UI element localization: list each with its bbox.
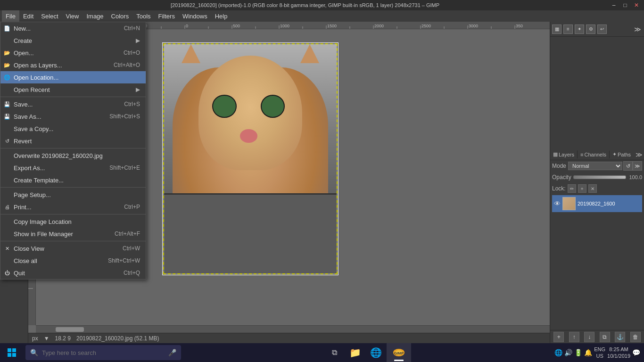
scrollbar-thumb[interactable]	[56, 327, 84, 332]
raise-layer-button[interactable]: ↑	[569, 332, 579, 342]
separator-5	[0, 241, 146, 241]
action-center-icon[interactable]: 💬	[632, 349, 640, 356]
lower-layer-button[interactable]: ↓	[584, 332, 594, 342]
history-icon[interactable]: ↩	[597, 25, 607, 34]
lock-position-button[interactable]: +	[578, 184, 586, 193]
delete-layer-button[interactable]: 🗑	[630, 332, 641, 342]
menu-item-save-as-label: Save As...	[14, 113, 41, 120]
tab-channels[interactable]: ≡ Channels	[578, 151, 610, 158]
taskbar-gimp[interactable]: GIMP	[387, 343, 411, 362]
battery-icon[interactable]: 🔋	[574, 349, 582, 356]
menu-filters[interactable]: Filters	[155, 10, 179, 22]
layers-icon[interactable]: ▦	[552, 25, 561, 34]
menu-item-open-location[interactable]: 🌐 Open Location...	[0, 71, 146, 83]
clock: 8:25 AM 10/1/2019	[607, 346, 630, 360]
tab-layers[interactable]: ▦ Layers	[550, 150, 578, 158]
close-button[interactable]: ✕	[633, 1, 640, 9]
menu-item-page-setup-label: Page Setup...	[14, 191, 51, 198]
menu-item-export-as[interactable]: Export As... Shift+Ctrl+E	[0, 162, 146, 174]
time-text: 8:25 AM	[607, 346, 630, 353]
taskbar-task-view[interactable]: ⧉	[324, 343, 344, 362]
svg-text:500: 500	[233, 24, 240, 28]
taskbar-chrome[interactable]: 🌐	[366, 343, 386, 362]
network-icon[interactable]: 🌐	[554, 349, 562, 356]
layer-thumbnail	[562, 197, 576, 210]
svg-text:3000: 3000	[469, 24, 478, 28]
close-all-shortcut: Shift+Ctrl+W	[99, 257, 140, 264]
duplicate-layer-button[interactable]: ⧉	[600, 332, 610, 342]
layer-visibility-toggle[interactable]: 👁	[554, 200, 561, 207]
menu-item-overwrite[interactable]: Overwrite 20190822_160020.jpg	[0, 149, 146, 162]
image-canvas	[163, 43, 338, 274]
open-shortcut: Ctrl+O	[114, 49, 140, 56]
menu-item-show-file-manager-label: Show in File Manager	[14, 230, 73, 238]
opacity-slider[interactable]	[573, 175, 626, 179]
menu-item-create[interactable]: Create ▶	[0, 34, 146, 47]
tabs-configure-icon[interactable]: ≫	[634, 150, 644, 159]
menu-item-close-view[interactable]: ✕ Close View Ctrl+W	[0, 242, 146, 255]
menu-item-open-layers-label: Open as Layers...	[14, 62, 62, 69]
menu-item-save[interactable]: 💾 Save... Ctrl+S	[0, 98, 146, 110]
menu-item-open[interactable]: 📂 Open... Ctrl+O	[0, 47, 146, 59]
menu-item-print[interactable]: 🖨 Print... Ctrl+P	[0, 201, 146, 213]
taskbar-file-explorer[interactable]: 📁	[345, 343, 365, 362]
menu-windows[interactable]: Windows	[179, 10, 211, 22]
new-icon: 📄	[3, 25, 11, 32]
svg-text:2500: 2500	[421, 24, 431, 28]
menu-item-copy-location[interactable]: Copy Image Location	[0, 215, 146, 228]
paths-icon[interactable]: ✦	[575, 25, 584, 34]
mode-select[interactable]: Normal	[568, 162, 622, 170]
configure-icon[interactable]: ≫	[633, 25, 642, 34]
menu-edit[interactable]: Edit	[19, 10, 37, 22]
open-layers-shortcut: Ctrl+Alt+O	[104, 62, 140, 68]
search-box[interactable]: 🔍 🎤	[25, 345, 181, 360]
open-location-icon: 🌐	[3, 74, 11, 81]
notifications-icon[interactable]: 🔔	[584, 349, 592, 356]
create-icon	[3, 37, 11, 44]
voice-search-icon[interactable]: 🎤	[168, 349, 176, 356]
tab-paths[interactable]: ✦ Paths	[610, 150, 634, 158]
menu-tools[interactable]: Tools	[132, 10, 154, 22]
menu-select[interactable]: Select	[37, 10, 62, 22]
menu-file[interactable]: File	[2, 10, 19, 22]
quit-icon: ⏻	[3, 269, 11, 277]
search-input[interactable]	[42, 349, 165, 356]
layer-item[interactable]: 👁 20190822_1600	[552, 195, 642, 212]
tool-options-btn[interactable]: ⚙	[586, 25, 595, 34]
menu-image[interactable]: Image	[83, 10, 107, 22]
new-layer-button[interactable]: +	[553, 332, 564, 342]
status-filename: 20190822_160020.jpg (52.1 MB)	[76, 335, 159, 342]
menu-item-revert[interactable]: ↺ Revert	[0, 135, 146, 147]
menu-item-new[interactable]: 📄 New... Ctrl+N	[0, 22, 146, 34]
lock-alpha-button[interactable]: ✕	[588, 184, 597, 193]
maximize-button[interactable]: □	[621, 1, 629, 9]
menu-view[interactable]: View	[62, 10, 83, 22]
mode-row: Mode Normal ↺ ≫	[550, 160, 644, 172]
volume-icon[interactable]: 🔊	[564, 349, 572, 356]
start-button[interactable]	[0, 343, 24, 362]
taskbar-apps: ⧉ 📁 🌐 GIMP	[181, 343, 554, 362]
menu-item-close-all[interactable]: Close all Shift+Ctrl+W	[0, 255, 146, 267]
menu-item-open-layers[interactable]: 📂 Open as Layers... Ctrl+Alt+O	[0, 59, 146, 71]
date-text: 10/1/2019	[607, 353, 630, 359]
menu-help[interactable]: Help	[211, 10, 231, 22]
opacity-label: Opacity	[552, 174, 571, 181]
mode-extra-button[interactable]: ≫	[633, 161, 642, 171]
save-shortcut: Ctrl+S	[115, 101, 140, 107]
menu-item-quit[interactable]: ⏻ Quit Ctrl+Q	[0, 267, 146, 279]
search-icon: 🔍	[30, 349, 38, 356]
menu-item-save-copy[interactable]: Save a Copy...	[0, 123, 146, 135]
channels-icon[interactable]: ≡	[563, 25, 573, 34]
mode-reset-button[interactable]: ↺	[623, 161, 633, 171]
menu-item-save-as[interactable]: 💾 Save As... Shift+Ctrl+S	[0, 110, 146, 123]
minimize-button[interactable]: –	[610, 1, 618, 9]
lock-pixels-button[interactable]: ✏	[568, 184, 576, 193]
anchor-layer-button[interactable]: ⚓	[615, 332, 625, 342]
menu-item-open-recent[interactable]: Open Recent ▶	[0, 83, 146, 96]
menu-colors[interactable]: Colors	[107, 10, 133, 22]
menu-item-show-file-manager[interactable]: Show in File Manager Ctrl+Alt+F	[0, 228, 146, 240]
horizontal-scrollbar[interactable]	[36, 325, 550, 333]
menu-bar: File Edit Select View Image Colors Tools…	[0, 10, 644, 22]
menu-item-page-setup[interactable]: Page Setup...	[0, 189, 146, 201]
menu-item-create-template[interactable]: Create Template...	[0, 174, 146, 186]
